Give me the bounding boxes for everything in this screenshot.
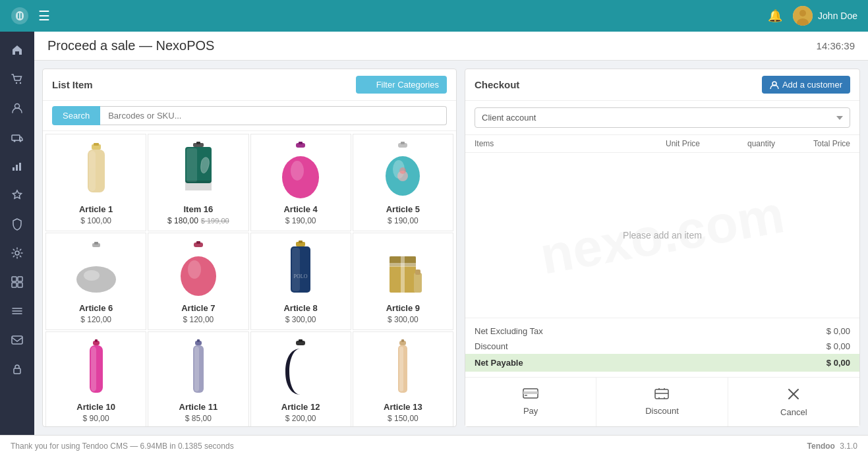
svg-point-42	[84, 270, 100, 281]
search-input[interactable]	[100, 106, 447, 125]
app-logo	[11, 7, 29, 25]
col-quantity: quantity	[700, 139, 775, 148]
product-image	[70, 141, 123, 200]
product-card[interactable]: Article 6$ 120,00	[45, 233, 146, 330]
checkout-title: Checkout	[475, 79, 519, 90]
filter-categories-button[interactable]: Filter Categories	[356, 76, 447, 94]
add-customer-button[interactable]: Add a customer	[762, 76, 850, 94]
cancel-label: Cancel	[780, 407, 807, 417]
checkout-header: Checkout Add a customer	[465, 69, 859, 101]
sidebar-item-reports[interactable]	[4, 153, 30, 179]
discount-label: Discount	[645, 406, 679, 416]
svg-rect-18	[12, 336, 22, 344]
product-card[interactable]: Article 5$ 190,00	[353, 134, 453, 231]
sidebar-item-messages[interactable]	[4, 327, 30, 353]
svg-rect-7	[12, 135, 20, 140]
checkout-actions: Pay Discount Cancel	[465, 377, 859, 426]
discount-button[interactable]: Discount	[596, 378, 728, 426]
nav-left: ☰	[11, 7, 50, 25]
product-name: Article 8	[255, 303, 347, 313]
svg-rect-67	[299, 339, 303, 342]
svg-point-46	[188, 260, 201, 279]
checkout-panel: Checkout Add a customer Client account I…	[465, 69, 860, 427]
net-payable-value: $ 0,00	[826, 358, 850, 368]
svg-rect-75	[523, 391, 538, 394]
product-card[interactable]: Article 4$ 190,00	[250, 134, 351, 231]
product-name: Article 1	[50, 204, 142, 214]
product-price: $ 300,00	[357, 315, 449, 324]
sidebar-item-config[interactable]	[4, 298, 30, 324]
product-card[interactable]: Article 10$ 90,00	[45, 331, 146, 426]
sidebar-item-delivery[interactable]	[4, 124, 30, 150]
pay-button[interactable]: Pay	[465, 378, 596, 426]
product-name: Article 4	[255, 204, 347, 214]
sidebar-item-lock[interactable]	[4, 356, 30, 382]
product-name: Article 9	[357, 303, 449, 313]
product-image	[172, 339, 225, 398]
product-card[interactable]: Article 12$ 200,00	[250, 331, 351, 426]
sidebar-item-cart[interactable]	[4, 66, 30, 92]
product-image: POLO	[274, 240, 327, 299]
empty-message: Please add an item	[623, 230, 702, 241]
net-excluding-tax-label: Net Excluding Tax	[475, 326, 543, 336]
net-payable-label: Net Payable	[475, 358, 523, 368]
svg-rect-30	[299, 142, 303, 144]
svg-point-5	[20, 82, 21, 84]
svg-rect-48	[299, 241, 303, 243]
footer: Thank you for using Tendoo CMS — 6.94MB …	[0, 435, 868, 456]
product-card[interactable]: Article 9$ 300,00	[353, 233, 453, 330]
svg-rect-15	[18, 277, 22, 281]
product-grid: Article 1$ 100,00 Item 16$ 180,00$ 199,0…	[45, 134, 453, 426]
discount-label: Discount	[475, 341, 508, 351]
product-image	[376, 141, 429, 200]
product-card[interactable]: Article 13$ 150,00	[353, 331, 453, 426]
product-price: $ 120,00	[50, 315, 142, 324]
sidebar	[0, 32, 34, 435]
sidebar-item-favorites[interactable]	[4, 182, 30, 208]
product-price: $ 85,00	[152, 414, 244, 423]
product-price: $ 120,00	[152, 315, 244, 324]
product-card[interactable]: POLO Article 8$ 300,00	[250, 233, 351, 330]
product-name: Article 6	[50, 303, 142, 313]
svg-rect-55	[390, 263, 416, 267]
svg-point-9	[20, 140, 22, 142]
bell-icon[interactable]: 🔔	[768, 9, 782, 23]
content-area: List Item Filter Categories Search	[34, 61, 868, 435]
sidebar-item-home[interactable]	[4, 37, 30, 63]
net-payable-row: Net Payable $ 0,00	[465, 354, 859, 372]
svg-rect-21	[94, 143, 99, 146]
svg-point-32	[291, 161, 304, 181]
sidebar-item-security[interactable]	[4, 211, 30, 237]
svg-rect-76	[525, 395, 527, 396]
svg-rect-16	[12, 283, 16, 287]
col-unit-price: Unit Price	[625, 139, 700, 148]
product-price: $ 190,00	[357, 216, 449, 225]
sidebar-item-settings[interactable]	[4, 240, 30, 266]
discount-icon	[654, 387, 670, 403]
net-excluding-tax-value: $ 0,00	[826, 326, 850, 336]
client-select[interactable]: Client account	[475, 107, 850, 128]
hamburger-icon[interactable]: ☰	[38, 8, 50, 24]
list-panel-header: List Item Filter Categories	[43, 69, 456, 101]
cancel-button[interactable]: Cancel	[728, 378, 859, 426]
search-button[interactable]: Search	[52, 106, 100, 125]
product-card[interactable]: Item 16$ 180,00$ 199,00	[148, 134, 248, 231]
user-menu[interactable]: John Doe	[793, 6, 857, 26]
footer-right: Tendoo 3.1.0	[807, 442, 857, 451]
list-panel-title: List Item	[52, 79, 93, 90]
user-name: John Doe	[818, 11, 857, 21]
product-image	[274, 141, 327, 200]
product-image	[274, 339, 327, 398]
sidebar-item-modules[interactable]	[4, 269, 30, 295]
col-total-price: Total Price	[775, 139, 850, 148]
avatar	[793, 6, 813, 26]
product-card[interactable]: Article 11$ 85,00	[148, 331, 248, 426]
discount-value: $ 0,00	[826, 341, 850, 351]
svg-rect-63	[197, 339, 200, 342]
svg-rect-10	[13, 167, 14, 171]
product-card[interactable]: Article 1$ 100,00	[45, 134, 146, 231]
product-card[interactable]: Article 7$ 120,00	[148, 233, 248, 330]
sidebar-item-customers[interactable]	[4, 95, 30, 121]
svg-point-8	[14, 140, 16, 142]
svg-point-38	[399, 167, 406, 174]
